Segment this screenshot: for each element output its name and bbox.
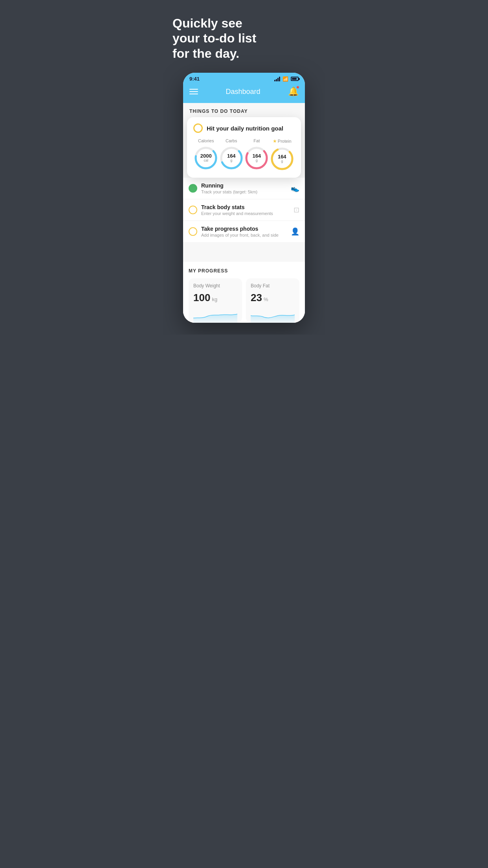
todo-subtitle-progress-photos: Add images of your front, back, and side [201,233,288,237]
todo-title-running: Running [201,182,288,189]
todo-title-progress-photos: Take progress photos [201,226,288,232]
todo-item-running[interactable]: Running Track your stats (target: 5km) 👟 [183,178,305,199]
weight-value: 100 [193,292,210,304]
todo-text-running: Running Track your stats (target: 5km) [201,182,288,194]
progress-card-fat[interactable]: Body Fat 23 % [246,278,299,323]
nutrition-item-carbs: Carbs 164 g [219,138,244,171]
protein-value: 164 g [278,154,286,164]
progress-cards: Body Weight 100 kg [189,278,299,323]
todo-circle-body-stats [189,206,197,214]
todo-list: Running Track your stats (target: 5km) 👟… [183,178,305,242]
wifi-icon: 📶 [283,76,288,82]
header-title: Dashboard [226,88,260,96]
battery-icon [291,77,299,81]
scale-icon: ⊡ [294,206,299,214]
page-wrapper: Quickly seeyour to-do listfor the day. 9… [163,0,325,335]
nutrition-card-title: Hit your daily nutrition goal [207,125,283,132]
notifications-icon[interactable]: 🔔 [288,86,299,97]
headline: Quickly seeyour to-do listfor the day. [171,16,317,61]
fat-chart [251,307,295,323]
carbs-value: 164 g [227,153,236,163]
todo-circle-progress-photos [189,227,197,236]
nutrition-item-protein: ★ Protein 164 g [270,138,295,171]
nutrition-item-calories: Calories 2000 cal [193,138,218,171]
calories-value: 2000 cal [200,153,212,163]
weight-card-title: Body Weight [193,283,237,289]
calories-label: Calories [198,138,214,143]
notification-dot [296,86,299,89]
protein-ring: 164 g [270,146,295,171]
running-shoe-icon: 👟 [291,184,299,193]
status-time: 9:41 [189,76,200,82]
nutrition-card[interactable]: Hit your daily nutrition goal Calories [187,117,301,178]
todo-text-progress-photos: Take progress photos Add images of your … [201,226,288,237]
todo-subtitle-body-stats: Enter your weight and measurements [201,211,290,216]
calories-ring: 2000 cal [193,145,218,171]
status-bar: 9:41 📶 [183,73,305,83]
progress-section-title: MY PROGRESS [189,268,299,274]
fat-value: 164 g [252,153,261,163]
carbs-label: Carbs [226,138,237,143]
phone-mockup: 9:41 📶 Dashboard 🔔 [183,73,305,323]
fat-value-row: 23 % [251,292,295,304]
signal-icon [274,77,280,81]
todo-item-body-stats[interactable]: Track body stats Enter your weight and m… [183,199,305,221]
fat-unit: % [264,296,268,302]
protein-label-container: ★ Protein [273,138,292,144]
progress-card-weight[interactable]: Body Weight 100 kg [189,278,242,323]
todo-item-progress-photos[interactable]: Take progress photos Add images of your … [183,221,305,242]
section-title: THINGS TO DO TODAY [183,103,305,117]
nutrition-item-fat: Fat 164 g [244,138,269,171]
todo-title-body-stats: Track body stats [201,204,290,210]
card-header: Hit your daily nutrition goal [193,123,295,133]
fat-card-title: Body Fat [251,283,295,289]
app-content: THINGS TO DO TODAY Hit your daily nutrit… [183,103,305,323]
star-icon: ★ [273,138,277,144]
todo-subtitle-running: Track your stats (target: 5km) [201,189,288,194]
todo-text-body-stats: Track body stats Enter your weight and m… [201,204,290,216]
fat-label: Fat [253,138,260,143]
nutrition-circles: Calories 2000 cal [193,138,295,171]
weight-value-row: 100 kg [193,292,237,304]
carbs-ring: 164 g [219,145,244,171]
app-header: Dashboard 🔔 [183,83,305,103]
progress-section: MY PROGRESS Body Weight 100 kg [183,262,305,323]
todo-circle-nutrition [193,123,203,133]
protein-label: Protein [278,139,292,143]
todo-circle-running [189,184,197,193]
fat-value: 23 [251,292,262,304]
person-icon: 👤 [291,227,299,236]
weight-unit: kg [212,296,217,302]
weight-chart [193,307,237,323]
fat-ring: 164 g [244,145,269,171]
status-icons: 📶 [274,76,299,82]
menu-icon[interactable] [189,89,198,94]
